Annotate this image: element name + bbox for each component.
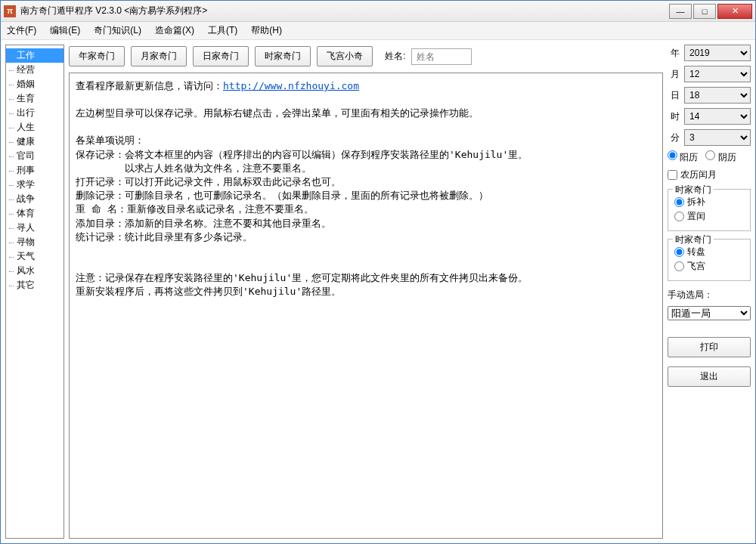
sidebar-item[interactable]: 其它 bbox=[6, 278, 64, 292]
cal-yin-option[interactable]: 阴历 bbox=[705, 150, 736, 164]
app-icon: π bbox=[4, 5, 16, 17]
sidebar-item[interactable]: 体育 bbox=[6, 206, 64, 221]
sidebar-item[interactable]: 经营 bbox=[6, 63, 64, 77]
body: 工作经营婚姻生育出行人生健康官司刑事求学战争体育寻人寻物天气风水其它 年家奇门 … bbox=[1, 40, 755, 543]
content-line: 添加目录：添加新的目录名称。注意不要和其他目录重名。 bbox=[76, 217, 656, 230]
sidebar-item[interactable]: 刑事 bbox=[6, 163, 64, 178]
content-line: 各菜单项说明： bbox=[76, 134, 656, 147]
print-button[interactable]: 打印 bbox=[668, 337, 751, 357]
content-line: 统计记录：统计此目录里有多少条记录。 bbox=[76, 230, 656, 244]
sidebar-item[interactable]: 官司 bbox=[6, 149, 64, 163]
lunar-leap-label: 农历闰月 bbox=[680, 168, 717, 181]
opt-chaibu[interactable] bbox=[674, 197, 684, 207]
group-title: 时家奇门 bbox=[673, 184, 714, 196]
cal-yang-option[interactable]: 阳历 bbox=[668, 150, 698, 164]
close-button[interactable]: ✕ bbox=[717, 4, 752, 19]
menubar: 文件(F) 编辑(E) 奇门知识(L) 造命篇(X) 工具(T) 帮助(H) bbox=[1, 22, 755, 40]
month-select[interactable]: 12 bbox=[684, 66, 751, 82]
sidebar-item[interactable]: 婚姻 bbox=[6, 77, 64, 91]
lunar-leap-checkbox[interactable] bbox=[668, 170, 677, 180]
group-title: 时家奇门 bbox=[673, 233, 714, 246]
manual-label: 手动选局： bbox=[668, 289, 751, 301]
sidebar-item[interactable]: 人生 bbox=[6, 120, 64, 134]
content-line: 打开记录：可以打开此记录文件，用鼠标双击此记录名也可。 bbox=[76, 175, 656, 189]
sidebar-item[interactable]: 生育 bbox=[6, 91, 64, 106]
opt-feigong[interactable] bbox=[674, 261, 684, 271]
menu-qimen[interactable]: 奇门知识(L) bbox=[94, 24, 141, 37]
sidebar: 工作经营婚姻生育出行人生健康官司刑事求学战争体育寻人寻物天气风水其它 bbox=[5, 45, 64, 539]
sidebar-item[interactable]: 风水 bbox=[6, 264, 64, 278]
content-line: 左边树型目录可以保存记录。用鼠标右键点击，会弹出菜单，可里面有相关的记录操作功能… bbox=[76, 107, 656, 120]
name-input[interactable] bbox=[411, 48, 472, 65]
opt-zhuanpan[interactable] bbox=[674, 247, 684, 257]
sidebar-item[interactable]: 健康 bbox=[6, 134, 64, 149]
content-line: 查看程序最新更新信息，请访问： bbox=[76, 80, 223, 91]
year-select[interactable]: 2019 bbox=[684, 45, 751, 61]
minute-label: 分 bbox=[668, 131, 680, 144]
hour-label: 时 bbox=[668, 110, 680, 123]
exit-button[interactable]: 退出 bbox=[668, 366, 751, 387]
content-line: 重新安装程序后，再将这些文件拷贝到'Kehujilu'路径里。 bbox=[76, 285, 656, 298]
toolbar: 年家奇门 月家奇门 日家奇门 时家奇门 飞宫小奇 姓名: bbox=[69, 45, 663, 68]
group-shijia-1: 时家奇门 拆补 置闰 bbox=[668, 189, 751, 231]
year-label: 年 bbox=[668, 47, 680, 60]
window-buttons: — □ ✕ bbox=[669, 4, 752, 19]
content-line: 删除记录：可删除目录名，也可删除记录名。（如果删除目录，里面的所有记录也将被删除… bbox=[76, 189, 656, 202]
menu-help[interactable]: 帮助(H) bbox=[251, 24, 282, 37]
sidebar-item[interactable]: 工作 bbox=[6, 48, 64, 63]
name-label: 姓名: bbox=[385, 50, 405, 63]
minute-select[interactable]: 3 bbox=[684, 129, 751, 146]
content-line: 注意：记录保存在程序安装路径里的'Kehujilu'里，您可定期将此文件夹里的所… bbox=[76, 271, 656, 285]
btn-year-qimen[interactable]: 年家奇门 bbox=[69, 46, 125, 66]
window-title: 南方奇门遁甲程序 V2.3.0 <南方易学系列程序> bbox=[20, 5, 669, 17]
day-select[interactable]: 18 bbox=[684, 87, 751, 104]
sidebar-item[interactable]: 天气 bbox=[6, 249, 64, 264]
btn-month-qimen[interactable]: 月家奇门 bbox=[131, 46, 187, 66]
app-window: π 南方奇门遁甲程序 V2.3.0 <南方易学系列程序> — □ ✕ 文件(F)… bbox=[0, 0, 756, 544]
sidebar-item[interactable]: 寻物 bbox=[6, 235, 64, 249]
content-line: 以求占人姓名做为文件名，注意不要重名。 bbox=[76, 162, 656, 175]
right-panel: 年2019 月12 日18 时14 分3 阳历 阴历 农历闰月 时家奇门 拆补 … bbox=[668, 45, 751, 539]
sidebar-item[interactable]: 寻人 bbox=[6, 221, 64, 235]
month-label: 月 bbox=[668, 68, 680, 81]
opt-zhirun[interactable] bbox=[674, 212, 684, 221]
menu-edit[interactable]: 编辑(E) bbox=[50, 24, 80, 37]
menu-file[interactable]: 文件(F) bbox=[7, 24, 36, 37]
btn-hour-qimen[interactable]: 时家奇门 bbox=[255, 46, 311, 66]
hour-select[interactable]: 14 bbox=[684, 108, 751, 125]
menu-tools[interactable]: 工具(T) bbox=[208, 24, 237, 37]
manual-select[interactable]: 阳遁一局 bbox=[668, 306, 751, 320]
content-line: 保存记录：会将文本框里的内容（程序排出的内容可以编辑）保存到程序安装路径里的'K… bbox=[76, 148, 656, 162]
minimize-button[interactable]: — bbox=[669, 4, 692, 19]
sidebar-item[interactable]: 求学 bbox=[6, 178, 64, 192]
btn-day-qimen[interactable]: 日家奇门 bbox=[193, 46, 249, 66]
update-link[interactable]: http://www.nfzhouyi.com bbox=[223, 80, 359, 91]
btn-feigong[interactable]: 飞宫小奇 bbox=[317, 46, 373, 66]
group-shijia-2: 时家奇门 转盘 飞宫 bbox=[668, 239, 751, 281]
content-pane: 查看程序最新更新信息，请访问：http://www.nfzhouyi.com 左… bbox=[69, 73, 663, 539]
maximize-button[interactable]: □ bbox=[693, 4, 716, 19]
day-label: 日 bbox=[668, 89, 680, 102]
titlebar: π 南方奇门遁甲程序 V2.3.0 <南方易学系列程序> — □ ✕ bbox=[1, 1, 755, 22]
sidebar-item[interactable]: 出行 bbox=[6, 106, 64, 120]
sidebar-item[interactable]: 战争 bbox=[6, 192, 64, 206]
content-line: 重 命 名：重新修改目录名或记录名，注意不要重名。 bbox=[76, 202, 656, 216]
main: 年家奇门 月家奇门 日家奇门 时家奇门 飞宫小奇 姓名: 查看程序最新更新信息，… bbox=[69, 45, 663, 539]
menu-zaoming[interactable]: 造命篇(X) bbox=[155, 24, 194, 37]
